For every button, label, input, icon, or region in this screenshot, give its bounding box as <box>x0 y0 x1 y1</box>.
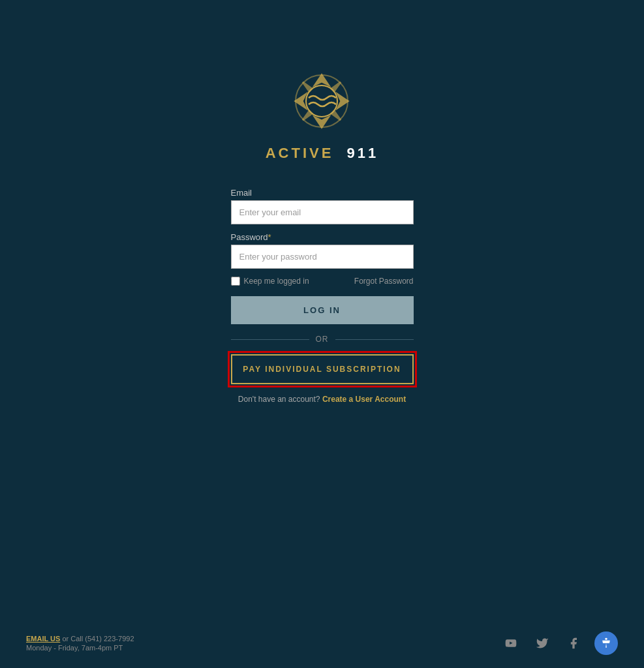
facebook-icon[interactable] <box>563 633 584 654</box>
footer: EMAIL US or Call (541) 223-7992 Monday -… <box>0 618 644 668</box>
brand-name-part1: ACTIVE <box>266 145 334 161</box>
svg-point-2 <box>605 638 607 640</box>
footer-hours: Monday - Friday, 7am-4pm PT <box>26 644 134 652</box>
login-form: Email Password* Keep me logged in Forgot… <box>231 188 414 404</box>
remember-me-label[interactable]: Keep me logged in <box>231 277 309 286</box>
or-line-right <box>335 339 414 340</box>
footer-social <box>500 631 618 655</box>
active911-logo-icon <box>286 65 358 137</box>
footer-email-link[interactable]: EMAIL US <box>26 635 60 643</box>
create-account-link[interactable]: Create a User Account <box>322 395 406 404</box>
logo-container: ACTIVE 911 <box>266 65 379 162</box>
brand-name: ACTIVE 911 <box>266 145 379 162</box>
email-label: Email <box>231 188 414 198</box>
youtube-icon[interactable] <box>500 633 521 654</box>
password-input[interactable] <box>231 245 414 269</box>
forgot-password-link[interactable]: Forgot Password <box>354 277 414 286</box>
login-button[interactable]: LOG IN <box>231 296 414 324</box>
remember-me-checkbox[interactable] <box>231 277 240 286</box>
email-field-group: Email <box>231 188 414 224</box>
twitter-icon[interactable] <box>532 633 553 654</box>
accessibility-button[interactable] <box>594 631 618 655</box>
footer-phone: Call (541) 223-7992 <box>70 635 134 643</box>
password-field-group: Password* <box>231 232 414 269</box>
brand-name-part2: 911 <box>347 145 379 161</box>
or-text: OR <box>316 335 329 344</box>
footer-email-row: EMAIL US or Call (541) 223-7992 <box>26 635 134 643</box>
create-account-text: Don't have an account? Create a User Acc… <box>231 395 414 404</box>
or-divider: OR <box>231 335 414 344</box>
email-input[interactable] <box>231 200 414 224</box>
or-line-left <box>231 339 309 340</box>
pay-subscription-button[interactable]: PAY INDIVIDUAL SUBSCRIPTION <box>231 354 414 384</box>
password-label: Password* <box>231 232 414 242</box>
options-row: Keep me logged in Forgot Password <box>231 277 414 286</box>
footer-contact: EMAIL US or Call (541) 223-7992 Monday -… <box>26 635 134 652</box>
remember-me-text: Keep me logged in <box>244 277 309 286</box>
